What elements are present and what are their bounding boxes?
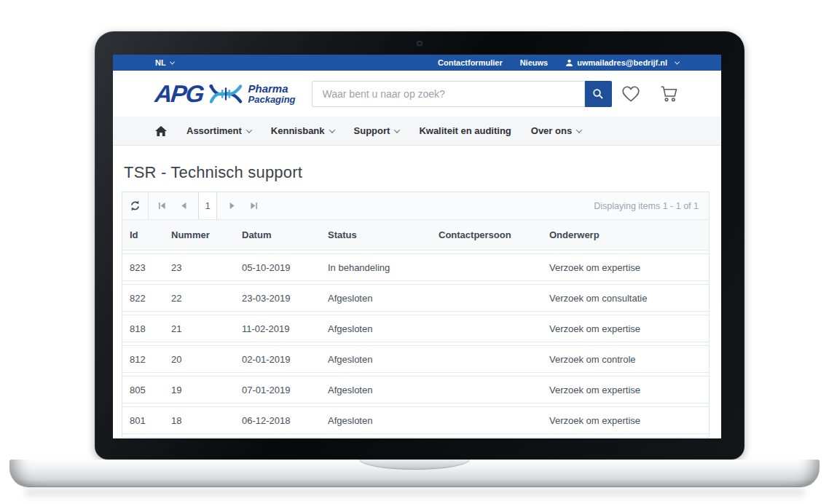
logo-brand-text: Pharma Packaging <box>248 83 296 104</box>
cell-status: Afgesloten <box>321 376 431 403</box>
cell-contactpersoon <box>431 376 542 403</box>
cell-status: Afgesloten <box>321 315 431 342</box>
site-header: APG Pharma <box>113 71 721 117</box>
chevron-down-icon <box>394 127 400 133</box>
pager-status: Displaying items 1 - 1 of 1 <box>594 201 699 211</box>
cell-nummer: 22 <box>164 284 235 312</box>
nav-item-over-ons[interactable]: Over ons <box>531 125 581 136</box>
tsr-table: Id Nummer Datum Status Contactpersoon On… <box>122 217 709 437</box>
language-label: NL <box>155 58 166 67</box>
chevron-down-icon <box>675 59 680 64</box>
cell-nummer: 18 <box>164 406 235 434</box>
dna-helix-icon <box>208 82 243 106</box>
column-header-nummer[interactable]: Nummer <box>164 220 235 251</box>
cell-datum: 06-12-2018 <box>235 406 321 434</box>
grid-toolbar: 1 Displaying items 1 - 1 of 1 <box>122 192 709 220</box>
cell-contactpersoon <box>431 315 542 342</box>
cell-status: Afgesloten <box>321 406 431 434</box>
table-row[interactable]: 812 20 02-01-2019 Afgesloten Verzoek om … <box>122 345 709 373</box>
webcam-icon <box>417 41 423 46</box>
table-row[interactable]: 805 19 07-01-2019 Afgesloten Verzoek om … <box>122 376 709 403</box>
cell-datum: 23-03-2019 <box>235 284 321 312</box>
table-row[interactable]: 822 22 23-03-2019 Afgesloten Verzoek om … <box>122 284 709 312</box>
search-button[interactable] <box>585 81 612 107</box>
browser-viewport: NL Contactformulier Nieuws uwmailadres@b… <box>113 55 721 438</box>
table-row[interactable]: 818 21 11-02-2019 Afgesloten Verzoek om … <box>122 315 709 342</box>
cell-id: 805 <box>122 376 164 403</box>
cell-nummer: 20 <box>164 345 235 373</box>
logo-apg-text: APG <box>154 82 204 106</box>
cell-datum: 02-01-2019 <box>235 345 321 373</box>
cell-contactpersoon <box>431 406 542 434</box>
cell-status: In behandeling <box>321 253 431 281</box>
column-header-id[interactable]: Id <box>122 220 164 251</box>
last-page-button[interactable] <box>243 192 264 219</box>
cell-nummer: 21 <box>164 315 235 342</box>
cell-id: 823 <box>122 253 164 281</box>
first-page-button[interactable] <box>151 192 173 219</box>
chevron-down-icon <box>246 127 252 133</box>
laptop-screen: NL Contactformulier Nieuws uwmailadres@b… <box>95 31 744 460</box>
cell-id: 812 <box>122 345 164 373</box>
contactformulier-link[interactable]: Contactformulier <box>438 58 503 67</box>
page-content: TSR - Technisch support <box>113 146 721 438</box>
cell-datum: 05-10-2019 <box>235 253 321 281</box>
column-header-contactpersoon[interactable]: Contactpersoon <box>431 220 542 251</box>
search-input[interactable] <box>312 81 585 107</box>
main-nav: Assortiment Kennisbank Support Kwaliteit… <box>113 117 721 146</box>
cell-contactpersoon <box>431 284 542 312</box>
cell-onderwerp: Verzoek om controle <box>542 345 709 373</box>
language-selector[interactable]: NL <box>155 58 174 67</box>
cell-status: Afgesloten <box>321 345 431 373</box>
tsr-grid: 1 Displaying items 1 - 1 of 1 <box>122 192 710 438</box>
column-header-status[interactable]: Status <box>321 220 431 251</box>
column-header-onderwerp[interactable]: Onderwerp <box>542 220 709 251</box>
user-account-menu[interactable]: uwmailadres@bedrijf.nl <box>565 58 679 67</box>
nieuws-link[interactable]: Nieuws <box>520 58 549 67</box>
nav-item-assortiment[interactable]: Assortiment <box>186 125 251 136</box>
cell-datum: 11-02-2019 <box>235 315 321 342</box>
cell-contactpersoon <box>431 345 542 373</box>
cart-icon[interactable] <box>659 84 679 103</box>
pager: 1 <box>151 192 264 219</box>
laptop-notch <box>359 460 470 470</box>
nav-item-support[interactable]: Support <box>354 125 400 136</box>
previous-page-button[interactable] <box>173 192 195 219</box>
cell-onderwerp: Verzoek om expertise <box>542 315 709 342</box>
topbar: NL Contactformulier Nieuws uwmailadres@b… <box>113 55 721 71</box>
chevron-down-icon <box>576 127 582 133</box>
logo[interactable]: APG Pharma <box>155 82 296 106</box>
column-header-datum[interactable]: Datum <box>235 220 321 251</box>
cell-nummer: 19 <box>164 376 235 403</box>
cell-id: 818 <box>122 315 164 342</box>
cell-status: Afgesloten <box>321 284 431 312</box>
user-icon <box>565 59 573 67</box>
current-page[interactable]: 1 <box>198 192 217 219</box>
cell-id: 822 <box>122 284 164 312</box>
cell-datum: 07-01-2019 <box>235 376 321 403</box>
table-row[interactable]: 823 23 05-10-2019 In behandeling Verzoek… <box>122 253 709 281</box>
cell-nummer: 23 <box>164 253 235 281</box>
search-icon <box>592 88 604 100</box>
cell-onderwerp: Verzoek om expertise <box>542 253 709 281</box>
nav-item-kennisbank[interactable]: Kennisbank <box>271 125 334 136</box>
cell-onderwerp: Verzoek om consultatie <box>542 284 709 312</box>
search-bar <box>312 81 612 107</box>
cell-id: 801 <box>122 406 164 434</box>
home-icon[interactable] <box>155 126 167 136</box>
wishlist-heart-icon[interactable] <box>621 85 640 103</box>
cell-contactpersoon <box>431 253 542 281</box>
scene: NL Contactformulier Nieuws uwmailadres@b… <box>0 0 829 504</box>
table-header-row: Id Nummer Datum Status Contactpersoon On… <box>122 220 709 251</box>
table-row[interactable]: 801 18 06-12-2018 Afgesloten Verzoek om … <box>122 406 709 434</box>
cell-onderwerp: Verzoek om expertise <box>542 406 709 434</box>
laptop-reflection <box>25 489 804 500</box>
page-title: TSR - Technisch support <box>124 163 710 182</box>
chevron-down-icon <box>329 127 334 133</box>
chevron-down-icon <box>170 59 175 64</box>
next-page-button[interactable] <box>221 192 243 219</box>
cell-onderwerp: Verzoek om expertise <box>542 376 709 403</box>
refresh-button[interactable] <box>122 192 149 219</box>
user-email: uwmailadres@bedrijf.nl <box>577 58 667 67</box>
nav-item-kwaliteit-en-auditing[interactable]: Kwaliteit en auditing <box>419 125 511 136</box>
